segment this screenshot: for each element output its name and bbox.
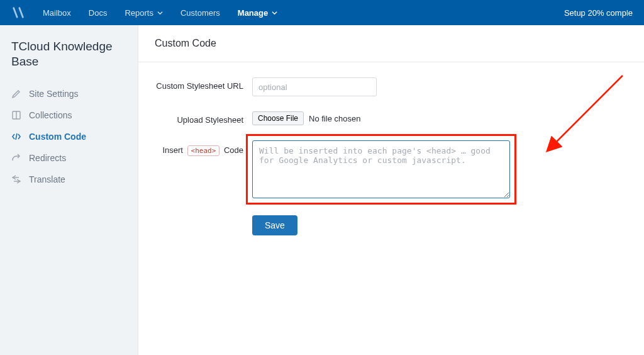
- sidebar-title: TCloud Knowledge Base: [0, 39, 138, 83]
- no-file-text: No file chosen: [309, 114, 360, 123]
- nav-mailbox[interactable]: Mailbox: [43, 8, 71, 18]
- app-logo-icon[interactable]: [11, 6, 25, 20]
- sidebar-item-redirects[interactable]: Redirects: [0, 147, 138, 169]
- choose-file-button[interactable]: Choose File: [252, 111, 304, 125]
- nav-manage-label: Manage: [238, 8, 268, 18]
- translate-icon: [11, 174, 21, 184]
- row-save: Save: [155, 215, 628, 235]
- row-insert-head-code: Insert <head> Code: [155, 140, 628, 200]
- sidebar-item-custom-code[interactable]: Custom Code: [0, 126, 138, 147]
- row-upload-stylesheet: Upload Stylesheet Choose File No file ch…: [155, 111, 628, 125]
- sidebar-item-translate[interactable]: Translate: [0, 169, 138, 190]
- chevron-down-icon: [157, 10, 163, 16]
- nav-reports-label: Reports: [125, 8, 153, 18]
- pencil-icon: [11, 89, 21, 99]
- label-upload-stylesheet: Upload Stylesheet: [155, 111, 252, 125]
- row-stylesheet-url: Custom Stylesheet URL: [155, 77, 628, 96]
- page-title: Custom Code: [138, 25, 644, 62]
- sidebar-item-label: Collections: [29, 110, 72, 120]
- save-button[interactable]: Save: [252, 215, 297, 235]
- sidebar-item-site-settings[interactable]: Site Settings: [0, 83, 138, 104]
- top-bar: Mailbox Docs Reports Customers Manage Se…: [0, 0, 644, 25]
- sidebar-item-label: Redirects: [29, 153, 66, 163]
- chevron-down-icon: [272, 10, 277, 16]
- nav-reports[interactable]: Reports: [125, 8, 163, 18]
- sidebar-item-label: Custom Code: [29, 132, 86, 142]
- top-nav: Mailbox Docs Reports Customers Manage: [43, 8, 564, 18]
- code-icon: [11, 132, 21, 142]
- label-insert-head: Insert <head> Code: [155, 140, 252, 156]
- head-tag-badge: <head>: [187, 145, 220, 156]
- nav-manage[interactable]: Manage: [238, 8, 277, 18]
- label-stylesheet-url: Custom Stylesheet URL: [155, 77, 252, 91]
- main-content: Custom Code Custom Stylesheet URL Upload…: [138, 25, 644, 355]
- sidebar-item-label: Site Settings: [29, 89, 79, 99]
- sidebar-item-label: Translate: [29, 174, 65, 184]
- setup-status[interactable]: Setup 20% comple: [564, 8, 633, 18]
- sidebar-item-collections[interactable]: Collections: [0, 104, 138, 126]
- sidebar: TCloud Knowledge Base Site Settings Coll…: [0, 25, 138, 355]
- stylesheet-url-input[interactable]: [252, 77, 377, 96]
- nav-customers[interactable]: Customers: [180, 8, 220, 18]
- book-icon: [11, 110, 21, 120]
- head-code-textarea[interactable]: [252, 140, 510, 198]
- label-insert-post: Code: [224, 145, 243, 155]
- redirect-icon: [11, 153, 21, 163]
- label-insert-pre: Insert: [162, 145, 183, 155]
- nav-docs[interactable]: Docs: [89, 8, 108, 18]
